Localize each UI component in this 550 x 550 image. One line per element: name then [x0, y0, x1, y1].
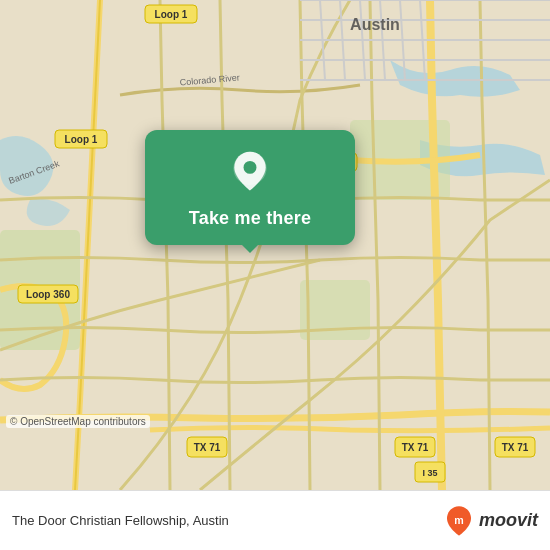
moovit-wordmark: moovit: [479, 510, 538, 531]
svg-text:Loop 1: Loop 1: [155, 9, 188, 20]
moovit-brand-icon: m: [443, 505, 475, 537]
svg-text:TX 71: TX 71: [502, 442, 529, 453]
svg-text:TX 71: TX 71: [402, 442, 429, 453]
svg-text:Loop 360: Loop 360: [26, 289, 70, 300]
bottom-bar: The Door Christian Fellowship, Austin m …: [0, 490, 550, 550]
svg-text:TX 71: TX 71: [194, 442, 221, 453]
location-pin-icon: [226, 148, 274, 196]
svg-text:m: m: [454, 513, 463, 525]
svg-point-37: [244, 161, 257, 174]
map-copyright: © OpenStreetMap contributors: [6, 415, 150, 428]
svg-text:Austin: Austin: [350, 16, 400, 33]
take-me-there-button[interactable]: Take me there: [189, 208, 311, 229]
location-label: The Door Christian Fellowship, Austin: [12, 513, 229, 528]
svg-text:Loop 1: Loop 1: [65, 134, 98, 145]
popup-card: Take me there: [145, 130, 355, 245]
moovit-logo: m moovit: [443, 505, 538, 537]
svg-text:I 35: I 35: [422, 468, 437, 478]
map-container: Loop 1 Loop 1 o 343 Loop 360 Loop 3 TX 7…: [0, 0, 550, 490]
